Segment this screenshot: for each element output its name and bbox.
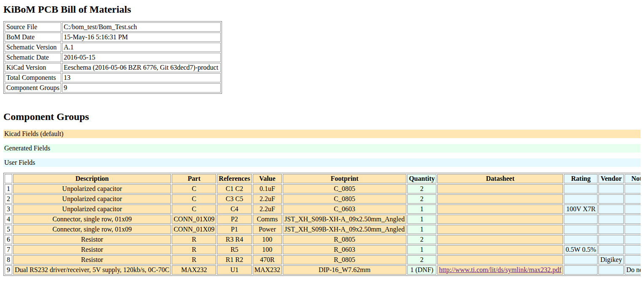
table-row: 2Unpolarized capacitorCC3 C52.2uFC_08052 xyxy=(5,194,641,204)
info-value: 13 xyxy=(62,73,221,82)
row-index: 8 xyxy=(5,255,12,264)
bom-cell-datasheet xyxy=(437,245,563,254)
legend-bar-generated-fields: Generated Fields xyxy=(3,144,641,153)
bom-cell-references: U1 xyxy=(217,265,252,275)
table-row: 1Unpolarized capacitorCC1 C20.1uFC_08052 xyxy=(5,184,641,193)
bom-cell-notes xyxy=(625,184,641,193)
bom-cell-value: 2.2uF xyxy=(253,194,282,204)
bom-cell-rating xyxy=(564,225,598,234)
bom-cell-value: 0.1uF xyxy=(253,184,282,193)
info-label: Component Groups xyxy=(5,83,61,93)
info-row: Schematic Date2016-05-15 xyxy=(5,53,221,62)
table-row: 7ResistorRR5100R_060310.5W 0.5% xyxy=(5,245,641,254)
bom-cell-datasheet xyxy=(437,255,563,264)
info-label: Source File xyxy=(5,22,61,32)
info-label: KiCad Version xyxy=(5,63,61,72)
table-row: 6ResistorRR3 R4100R_08052 xyxy=(5,235,641,244)
bom-cell-part: C xyxy=(172,204,216,214)
bom-cell-part: MAX232 xyxy=(172,265,216,275)
bom-cell-notes xyxy=(625,235,641,244)
bom-cell-value: Power xyxy=(253,225,282,234)
bom-cell-vendor xyxy=(598,194,624,204)
bom-cell-footprint: R_0603 xyxy=(283,245,406,254)
bom-cell-datasheet: http://www.ti.com/lit/ds/symlink/max232.… xyxy=(437,265,563,275)
bom-cell-footprint: C_0603 xyxy=(283,204,406,214)
table-row: 5Connector, single row, 01x09CONN_01X09P… xyxy=(5,225,641,234)
bom-cell-description: Connector, single row, 01x09 xyxy=(13,215,171,224)
bom-cell-references: C4 xyxy=(217,204,252,214)
bom-cell-description: Resistor xyxy=(13,245,171,254)
table-row: 8ResistorRR1 R2470RR_08052Digikey xyxy=(5,255,641,264)
bom-cell-footprint: R_0805 xyxy=(283,255,406,264)
info-value: C:/bom_test/Bom_Test.sch xyxy=(62,22,221,32)
legend-bar-user-fields: User Fields xyxy=(3,158,641,167)
bom-header-description: Description xyxy=(13,174,171,183)
bom-cell-footprint: C_0805 xyxy=(283,194,406,204)
info-value: 2016-05-15 xyxy=(62,53,221,62)
row-index: 7 xyxy=(5,245,12,254)
info-value: A.1 xyxy=(62,43,221,52)
bom-cell-quantity: 1 xyxy=(407,204,436,214)
bom-header-part: Part xyxy=(172,174,216,183)
row-index: 4 xyxy=(5,215,12,224)
info-value: 15-May-16 5:16:31 PM xyxy=(62,33,221,42)
bom-cell-quantity: 1 (DNF) xyxy=(407,265,436,275)
bom-cell-description: Unpolarized capacitor xyxy=(13,194,171,204)
info-label: Schematic Version xyxy=(5,43,61,52)
row-index: 6 xyxy=(5,235,12,244)
bom-cell-notes xyxy=(625,204,641,214)
info-row: Total Components13 xyxy=(5,73,221,82)
bom-cell-part: R xyxy=(172,235,216,244)
bom-header-value: Value xyxy=(253,174,282,183)
bom-cell-rating xyxy=(564,184,598,193)
bom-cell-datasheet xyxy=(437,194,563,204)
info-value: 9 xyxy=(62,83,221,93)
row-index: 3 xyxy=(5,204,12,214)
bom-info-table: Source FileC:/bom_test/Bom_Test.schBoM D… xyxy=(3,21,222,94)
bom-cell-part: R xyxy=(172,245,216,254)
bom-cell-quantity: 1 xyxy=(407,215,436,224)
info-row: Source FileC:/bom_test/Bom_Test.sch xyxy=(5,22,221,32)
bom-cell-part: C xyxy=(172,194,216,204)
row-index: 1 xyxy=(5,184,12,193)
bom-cell-rating xyxy=(564,265,598,275)
bom-cell-quantity: 2 xyxy=(407,184,436,193)
row-index: 2 xyxy=(5,194,12,204)
bom-cell-quantity: 2 xyxy=(407,194,436,204)
info-value: Eeschema (2016-05-06 BZR 6776, Git 63dec… xyxy=(62,63,221,72)
datasheet-link[interactable]: http://www.ti.com/lit/ds/symlink/max232.… xyxy=(439,266,561,273)
info-row: Schematic VersionA.1 xyxy=(5,43,221,52)
bom-cell-notes xyxy=(625,245,641,254)
bom-cell-footprint: JST_XH_S09B-XH-A_09x2.50mm_Angled xyxy=(283,215,406,224)
page-title: KiBoM PCB Bill of Materials xyxy=(3,3,641,15)
bom-cell-description: Resistor xyxy=(13,255,171,264)
bom-cell-vendor xyxy=(598,235,624,244)
table-row: 4Connector, single row, 01x09CONN_01X09P… xyxy=(5,215,641,224)
bom-cell-datasheet xyxy=(437,204,563,214)
field-color-legend: Kicad Fields (default)Generated FieldsUs… xyxy=(3,130,641,167)
bom-cell-part: CONN_01X09 xyxy=(172,215,216,224)
bom-cell-quantity: 1 xyxy=(407,225,436,234)
bom-cell-notes xyxy=(625,255,641,264)
bom-cell-references: R3 R4 xyxy=(217,235,252,244)
bom-cell-vendor xyxy=(598,225,624,234)
bom-cell-notes xyxy=(625,215,641,224)
bom-cell-quantity: 1 xyxy=(407,245,436,254)
bom-cell-notes xyxy=(625,194,641,204)
info-label: Total Components xyxy=(5,73,61,82)
bom-cell-part: CONN_01X09 xyxy=(172,225,216,234)
info-row: KiCad VersionEeschema (2016-05-06 BZR 67… xyxy=(5,63,221,72)
table-row: 3Unpolarized capacitorCC42.2uFC_06031100… xyxy=(5,204,641,214)
info-label: Schematic Date xyxy=(5,53,61,62)
bom-cell-datasheet xyxy=(437,215,563,224)
info-label: BoM Date xyxy=(5,33,61,42)
bom-cell-value: Comms xyxy=(253,215,282,224)
bom-cell-vendor xyxy=(598,184,624,193)
bom-cell-notes: Do not fit xyxy=(625,265,641,275)
bom-cell-value: 470R xyxy=(253,255,282,264)
bom-cell-description: Resistor xyxy=(13,235,171,244)
bom-cell-rating xyxy=(564,194,598,204)
bom-cell-value: 100 xyxy=(253,235,282,244)
bom-cell-datasheet xyxy=(437,235,563,244)
component-groups-heading: Component Groups xyxy=(3,111,641,123)
